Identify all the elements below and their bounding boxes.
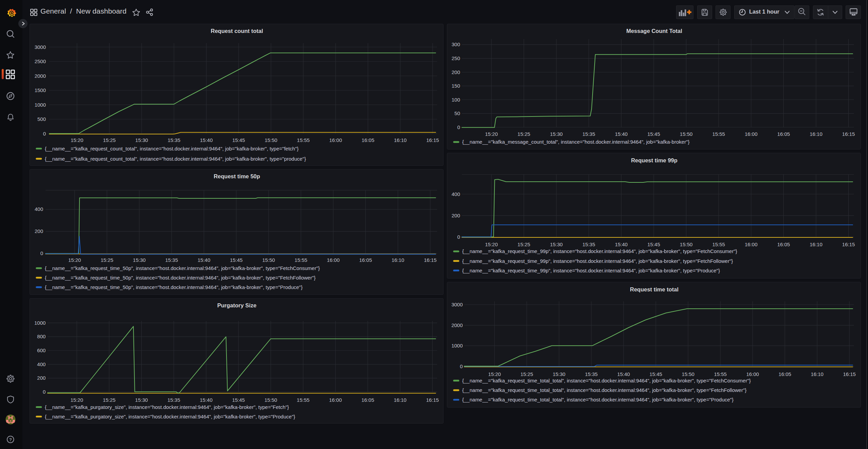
svg-text:0: 0 [460, 363, 463, 369]
svg-text:{__name__="kafka_request_count: {__name__="kafka_request_count_total", i… [45, 146, 299, 151]
svg-text:15:55: 15:55 [714, 371, 727, 377]
svg-text:Request time 99p: Request time 99p [631, 157, 677, 163]
svg-text:15:30: 15:30 [135, 397, 148, 403]
svg-text:15:25: 15:25 [520, 371, 533, 377]
svg-text:15:20: 15:20 [488, 371, 501, 377]
svg-text:15:50: 15:50 [265, 397, 277, 403]
svg-text:16:00: 16:00 [329, 397, 342, 403]
svg-text:15:30: 15:30 [135, 137, 148, 143]
svg-text:15:40: 15:40 [198, 257, 211, 263]
svg-text:800: 800 [37, 334, 46, 339]
svg-text:15:50: 15:50 [265, 137, 277, 143]
svg-text:16:15: 16:15 [426, 137, 439, 143]
svg-text:{__name__="kafka_request_time_: {__name__="kafka_request_time_50p", inst… [45, 275, 315, 281]
svg-text:50: 50 [454, 110, 460, 116]
svg-text:16:00: 16:00 [746, 371, 759, 377]
svg-text:15:45: 15:45 [232, 397, 245, 403]
svg-text:16:00: 16:00 [745, 241, 758, 247]
svg-text:200: 200 [35, 228, 43, 234]
svg-text:400: 400 [37, 361, 46, 367]
svg-text:2500: 2500 [35, 58, 46, 64]
svg-text:15:55: 15:55 [294, 257, 307, 263]
svg-text:15:40: 15:40 [200, 137, 213, 143]
svg-text:0: 0 [43, 131, 46, 137]
svg-text:1000: 1000 [34, 320, 46, 326]
svg-text:15:20: 15:20 [485, 131, 498, 137]
svg-text:16:05: 16:05 [362, 137, 375, 143]
svg-text:15:25: 15:25 [103, 397, 116, 403]
svg-text:15:25: 15:25 [101, 257, 113, 263]
svg-text:15:45: 15:45 [647, 131, 660, 137]
svg-text:0: 0 [40, 250, 43, 256]
svg-text:16:00: 16:00 [329, 137, 342, 143]
svg-text:Purgatory Size: Purgatory Size [217, 302, 257, 308]
svg-text:Message Count Total: Message Count Total [626, 28, 682, 34]
svg-text:{__name__="kafka_purgatory_siz: {__name__="kafka_purgatory_size", instan… [45, 414, 295, 419]
svg-text:15:30: 15:30 [133, 257, 146, 263]
svg-text:300: 300 [452, 41, 460, 47]
svg-text:500: 500 [37, 116, 46, 122]
svg-text:15:45: 15:45 [232, 137, 245, 143]
svg-text:15:30: 15:30 [550, 131, 563, 137]
svg-text:16:15: 16:15 [426, 397, 439, 403]
svg-text:15:50: 15:50 [680, 131, 693, 137]
svg-text:1000: 1000 [451, 342, 463, 348]
svg-text:16:15: 16:15 [842, 241, 855, 247]
svg-text:{__name__="kafka_request_time_: {__name__="kafka_request_time_total_tota… [462, 377, 751, 383]
svg-text:16:05: 16:05 [777, 241, 790, 247]
svg-text:15:55: 15:55 [712, 241, 725, 247]
svg-text:15:45: 15:45 [649, 371, 662, 377]
svg-text:15:35: 15:35 [167, 397, 180, 403]
svg-text:0: 0 [457, 234, 460, 239]
svg-text:15:55: 15:55 [297, 397, 310, 403]
svg-text:0: 0 [457, 124, 460, 130]
svg-text:15:20: 15:20 [71, 137, 84, 143]
svg-text:16:00: 16:00 [745, 131, 758, 137]
svg-text:16:10: 16:10 [810, 131, 822, 137]
svg-text:15:20: 15:20 [70, 397, 83, 403]
svg-text:400: 400 [452, 191, 460, 197]
svg-text:15:25: 15:25 [518, 241, 530, 247]
svg-text:16:05: 16:05 [359, 257, 372, 263]
svg-text:15:35: 15:35 [582, 241, 595, 247]
svg-text:{__name__="kafka_request_time_: {__name__="kafka_request_time_total_tota… [462, 387, 746, 393]
svg-text:Request count total: Request count total [211, 28, 263, 34]
svg-text:15:35: 15:35 [165, 257, 178, 263]
svg-text:{__name__="kafka_request_time_: {__name__="kafka_request_time_50p", inst… [45, 265, 320, 271]
svg-text:15:25: 15:25 [103, 137, 116, 143]
svg-text:16:10: 16:10 [392, 257, 404, 263]
svg-text:15:25: 15:25 [518, 131, 530, 137]
svg-text:16:15: 16:15 [424, 257, 437, 263]
svg-text:15:35: 15:35 [582, 131, 595, 137]
svg-text:3000: 3000 [35, 44, 46, 50]
svg-text:1500: 1500 [35, 87, 46, 93]
svg-text:16:10: 16:10 [811, 371, 824, 377]
svg-text:15:20: 15:20 [485, 241, 498, 247]
svg-text:{__name__="kafka_message_count: {__name__="kafka_message_count_total", i… [462, 139, 689, 145]
svg-text:15:55: 15:55 [297, 137, 310, 143]
svg-text:16:10: 16:10 [394, 137, 407, 143]
svg-text:16:15: 16:15 [843, 371, 856, 377]
svg-text:15:20: 15:20 [68, 257, 81, 263]
svg-text:15:40: 15:40 [617, 371, 630, 377]
svg-text:200: 200 [452, 69, 460, 75]
svg-text:{__name__="kafka_request_time_: {__name__="kafka_request_time_99p", inst… [462, 267, 720, 273]
svg-text:15:50: 15:50 [682, 371, 694, 377]
svg-text:3000: 3000 [451, 302, 463, 307]
svg-text:200: 200 [37, 375, 46, 381]
svg-text:400: 400 [35, 206, 43, 212]
svg-text:100: 100 [452, 97, 460, 103]
svg-text:150: 150 [452, 83, 460, 89]
svg-text:15:50: 15:50 [680, 241, 693, 247]
svg-text:15:40: 15:40 [615, 241, 628, 247]
svg-text:15:40: 15:40 [615, 131, 628, 137]
svg-text:600: 600 [37, 347, 46, 353]
svg-text:2000: 2000 [451, 322, 463, 328]
svg-text:200: 200 [452, 212, 460, 218]
svg-text:16:05: 16:05 [361, 397, 374, 403]
svg-text:15:45: 15:45 [230, 257, 243, 263]
svg-text:15:35: 15:35 [168, 137, 181, 143]
svg-text:15:30: 15:30 [550, 241, 563, 247]
svg-text:16:00: 16:00 [327, 257, 340, 263]
svg-text:2000: 2000 [35, 73, 46, 79]
